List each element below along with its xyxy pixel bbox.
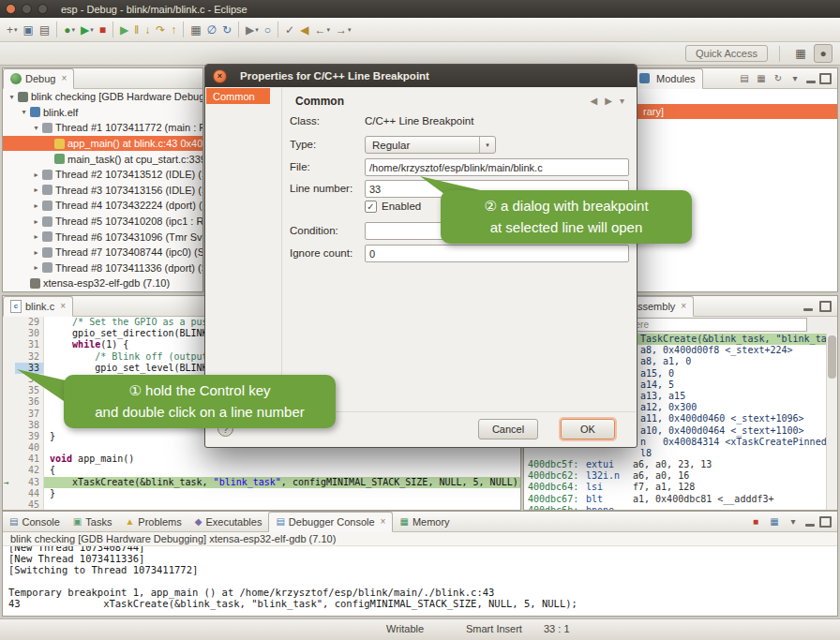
line-number[interactable]: 43 (15, 477, 44, 488)
view-menu-icon[interactable]: ▾ (620, 96, 624, 106)
view-menu-icon[interactable]: ▾ (788, 71, 802, 86)
maximize-icon[interactable] (819, 73, 832, 84)
close-icon[interactable]: × (60, 301, 66, 311)
expander-icon[interactable]: ▸ (31, 263, 41, 272)
disassembly-line[interactable]: l8 (524, 448, 837, 459)
print-button[interactable]: ▤ (37, 21, 52, 39)
cancel-button[interactable]: Cancel (478, 419, 538, 439)
open-perspective-button[interactable]: ▦ (791, 44, 810, 63)
close-icon[interactable]: × (381, 516, 386, 527)
breakpoint-gutter[interactable] (3, 339, 15, 350)
code-line[interactable]: void app_main() (44, 454, 520, 465)
breakpoint-gutter[interactable] (3, 465, 15, 476)
disassembly-line[interactable]: 400dbc5f:extuia6, a0, 23, 13 (524, 459, 837, 470)
back-button[interactable]: ←▾ (311, 21, 333, 39)
terminate-button[interactable]: ■ (97, 21, 109, 39)
breakpoint-gutter[interactable] (3, 409, 15, 420)
type-select[interactable]: Regular ▾ (365, 136, 496, 154)
dialog-close-icon[interactable]: × (213, 69, 227, 83)
debug-tree-item[interactable]: ▸Thread #2 1073413512 (IDLE) (Susp (3, 167, 202, 183)
window-close-icon[interactable] (6, 4, 16, 14)
debug-tree-item[interactable]: ▾blink.elf (3, 105, 202, 121)
instruction-pointer-gutter[interactable] (3, 477, 15, 488)
tab-executables[interactable]: ◆Executables (188, 512, 269, 532)
line-number[interactable]: 40 (15, 442, 44, 454)
minimize-icon[interactable] (803, 308, 813, 311)
line-number[interactable]: 29 (15, 317, 44, 328)
step-into-button[interactable]: ↓ (142, 21, 153, 39)
maximize-icon[interactable] (819, 301, 832, 312)
debug-tree-item[interactable]: xtensa-esp32-elf-gdb (7.10) (3, 275, 202, 291)
close-icon[interactable]: × (61, 73, 67, 83)
ignore-count-field[interactable] (365, 245, 629, 262)
console-output[interactable]: [New Thread 1073408744][New Thread 10734… (3, 546, 837, 616)
restart-button[interactable]: ↻ (219, 21, 234, 39)
resume-button[interactable]: ▶ (117, 21, 131, 39)
disassembly-line[interactable]: 400dbc64:lsif7, a1, 128 (524, 482, 837, 493)
debug-tree-item[interactable]: main_task() at cpu_start.c:339 0x4 (3, 151, 202, 167)
window-minimize-icon[interactable] (22, 4, 32, 14)
breakpoint-gutter[interactable] (3, 351, 15, 363)
console-menu-icon[interactable]: ▾ (786, 514, 801, 529)
breakpoint-gutter[interactable] (3, 488, 15, 499)
debug-tree-item[interactable]: ▸Thread #8 1073411336 (dport) (Sus (3, 260, 202, 276)
close-icon[interactable]: × (681, 301, 686, 311)
run-button[interactable]: ▶▾ (78, 21, 97, 39)
tab-memory[interactable]: ▦Memory (393, 512, 456, 532)
expander-icon[interactable]: ▾ (31, 124, 41, 132)
line-number[interactable]: 37 (15, 409, 44, 420)
step-over-button[interactable]: ↷ (153, 21, 168, 39)
search-button[interactable]: ○ (262, 21, 274, 39)
debug-tree-item[interactable]: ▾Thread #1 1073411772 (main : Runn (3, 120, 202, 136)
minimize-icon[interactable] (805, 524, 815, 527)
debug-tree-item[interactable]: app_main() at blink.c:43 0x400db (3, 136, 202, 152)
external-tools-button[interactable]: ▶▾ (243, 21, 262, 39)
quick-access-button[interactable]: Quick Access (685, 45, 768, 62)
line-number[interactable]: 38 (15, 420, 44, 431)
forward-icon[interactable]: ▶ (605, 96, 612, 106)
breakpoint-gutter[interactable] (3, 431, 15, 442)
tab-console[interactable]: ▤Console (3, 512, 67, 532)
forward-button[interactable]: →▾ (333, 21, 354, 39)
file-field[interactable] (365, 158, 629, 176)
debug-tree-item[interactable]: ▸Thread #7 1073408744 (ipc0) (Susp (3, 245, 202, 260)
tab-modules[interactable]: Modules (631, 68, 703, 89)
line-number[interactable]: 32 (15, 351, 44, 363)
breakpoint-gutter[interactable] (3, 328, 15, 339)
breakpoint-gutter[interactable] (3, 442, 15, 454)
refresh-icon[interactable]: ↻ (771, 71, 786, 86)
window-maximize-icon[interactable] (38, 4, 48, 14)
line-number[interactable]: 44 (15, 488, 44, 499)
line-number[interactable]: 39 (15, 431, 44, 442)
debug-tree-item[interactable]: ▸Thread #3 1073413156 (IDLE) (Susp (3, 183, 202, 199)
expander-icon[interactable]: ▸ (31, 217, 41, 226)
skip-all-breakpoints-button[interactable]: ∅ (204, 21, 219, 39)
expander-icon[interactable]: ▾ (7, 93, 17, 101)
new-button[interactable]: +▾ (4, 21, 21, 39)
debug-tree-item[interactable]: ▾blink checking [GDB Hardware Debug (3, 89, 202, 105)
breakpoint-gutter[interactable] (3, 317, 15, 328)
expander-icon[interactable]: ▸ (31, 186, 41, 194)
expander-icon[interactable]: ▸ (31, 232, 41, 241)
maximize-icon[interactable] (819, 516, 832, 528)
suspend-button[interactable]: ‖ (131, 21, 142, 39)
show-paths-icon[interactable]: ▤ (737, 71, 752, 86)
code-line[interactable]: { (44, 465, 520, 476)
breakpoint-gutter[interactable] (3, 499, 15, 510)
debug-perspective-button[interactable]: ● (814, 44, 832, 63)
disassembly-line[interactable]: 400dbc67:blta1, 0x400dbc81 <__adddf3+ (524, 494, 837, 505)
tab-debugger-console[interactable]: ▤Debugger Console× (268, 512, 393, 532)
expander-icon[interactable]: ▾ (19, 108, 29, 116)
disassembly-scrollbar[interactable] (826, 334, 837, 510)
ok-button[interactable]: OK (561, 419, 615, 439)
enabled-checkbox[interactable]: ✓ (365, 201, 377, 213)
annotations-button[interactable]: ✓ (282, 21, 297, 39)
last-edit-location-button[interactable]: ◀ (297, 21, 311, 39)
expander-icon[interactable]: ▸ (31, 248, 41, 257)
minimize-icon[interactable] (806, 81, 816, 83)
code-line[interactable]: } (44, 488, 520, 499)
debug-tree-item[interactable]: ▸Thread #6 1073431096 (Tmr Svc) (S (3, 229, 202, 245)
instruction-stepping-button[interactable]: ▦ (188, 21, 203, 39)
expander-icon[interactable]: ▸ (31, 201, 41, 210)
debug-tree-item[interactable]: ▸Thread #5 1073410208 (ipc1 : Runni (3, 214, 202, 230)
